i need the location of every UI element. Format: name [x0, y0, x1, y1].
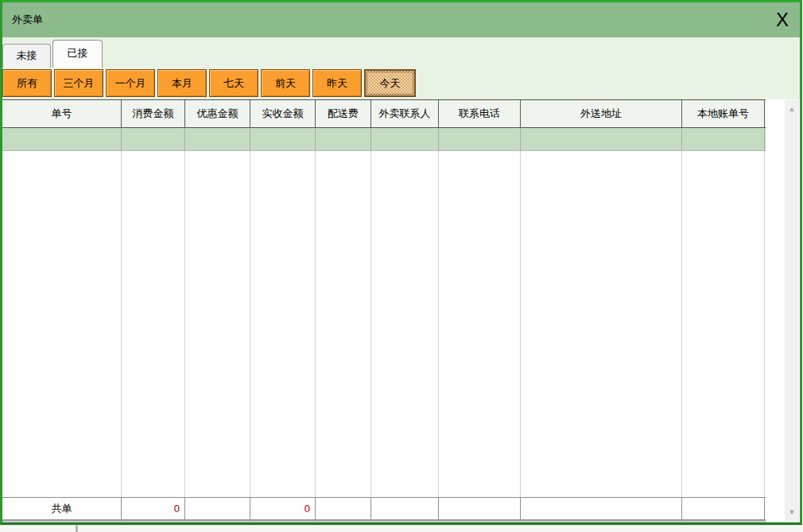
grid-body-empty [2, 151, 766, 497]
summary-cell [521, 498, 682, 519]
close-button[interactable]: X [773, 2, 792, 37]
column-header-local-bill-no[interactable]: 本地账单号 [682, 100, 765, 127]
row-cell [682, 128, 765, 150]
summary-received-total: 0 [250, 498, 316, 519]
row-cell [250, 128, 316, 150]
summary-consume-total: 0 [122, 498, 185, 519]
selected-empty-row[interactable] [2, 128, 766, 151]
titlebar: 外卖单 X [2, 2, 800, 37]
filter-bar: 所有 三个月 一个月 本月 七天 前天 昨天 今天 [2, 68, 800, 98]
summary-cell [316, 498, 371, 519]
row-cell [439, 128, 521, 150]
summary-cell [371, 498, 439, 519]
row-cell [185, 128, 250, 150]
body-column [250, 151, 316, 497]
tab-strip: 未接 已接 [2, 37, 800, 68]
background-strip [0, 525, 803, 532]
column-header-received-amount[interactable]: 实收金额 [250, 100, 316, 127]
background-artifact [76, 526, 78, 532]
column-header-order-no[interactable]: 单号 [2, 100, 122, 127]
summary-cell [682, 498, 765, 519]
column-header-delivery-address[interactable]: 外送地址 [521, 100, 682, 127]
column-header-contact-phone[interactable]: 联系电话 [439, 100, 521, 127]
row-cell [521, 128, 682, 150]
body-column [2, 151, 122, 497]
filter-button-yesterday[interactable]: 昨天 [312, 69, 362, 97]
tab-accepted[interactable]: 已接 [52, 40, 103, 68]
column-header-contact-person[interactable]: 外卖联系人 [371, 100, 439, 127]
row-cell [316, 128, 371, 150]
column-header-delivery-fee[interactable]: 配送费 [316, 100, 371, 127]
row-cell [2, 128, 122, 150]
column-header-discount-amount[interactable]: 优惠金额 [185, 100, 250, 127]
summary-label: 共单 [2, 498, 122, 519]
column-header-consume-amount[interactable]: 消费金额 [122, 100, 185, 127]
summary-cell [185, 498, 250, 519]
body-column [122, 151, 185, 497]
vertical-scrollbar[interactable]: ▲ ▼ [785, 100, 799, 521]
row-cell [371, 128, 439, 150]
row-cell [122, 128, 185, 150]
orders-grid: 单号 消费金额 优惠金额 实收金额 配送费 外卖联系人 联系电话 外送地址 本地… [2, 99, 800, 521]
body-column [185, 151, 250, 497]
body-column [316, 151, 371, 497]
body-column [371, 151, 439, 497]
screen: 外卖单 X 未接 已接 所有 三个月 一个月 本月 七天 前天 昨天 今天 单号… [0, 0, 803, 532]
tab-not-accepted[interactable]: 未接 [2, 44, 51, 68]
takeout-orders-window: 外卖单 X 未接 已接 所有 三个月 一个月 本月 七天 前天 昨天 今天 单号… [0, 0, 802, 525]
grid-header-row: 单号 消费金额 优惠金额 实收金额 配送费 外卖联系人 联系电话 外送地址 本地… [2, 99, 766, 128]
filter-button-all[interactable]: 所有 [2, 69, 52, 97]
body-column [439, 151, 521, 497]
scroll-up-icon[interactable]: ▲ [785, 105, 799, 113]
summary-row: 共单 0 0 [2, 497, 766, 521]
filter-button-this-month[interactable]: 本月 [157, 69, 207, 97]
filter-button-today[interactable]: 今天 [364, 69, 416, 97]
window-title: 外卖单 [12, 2, 43, 37]
filter-button-three-months[interactable]: 三个月 [54, 69, 103, 97]
body-column [521, 151, 682, 497]
filter-button-one-month[interactable]: 一个月 [106, 69, 155, 97]
scroll-down-icon[interactable]: ▼ [785, 508, 799, 516]
filter-button-seven-days[interactable]: 七天 [209, 69, 258, 97]
body-column [682, 151, 765, 497]
filter-button-day-before-yesterday[interactable]: 前天 [261, 69, 310, 97]
summary-cell [439, 498, 521, 519]
